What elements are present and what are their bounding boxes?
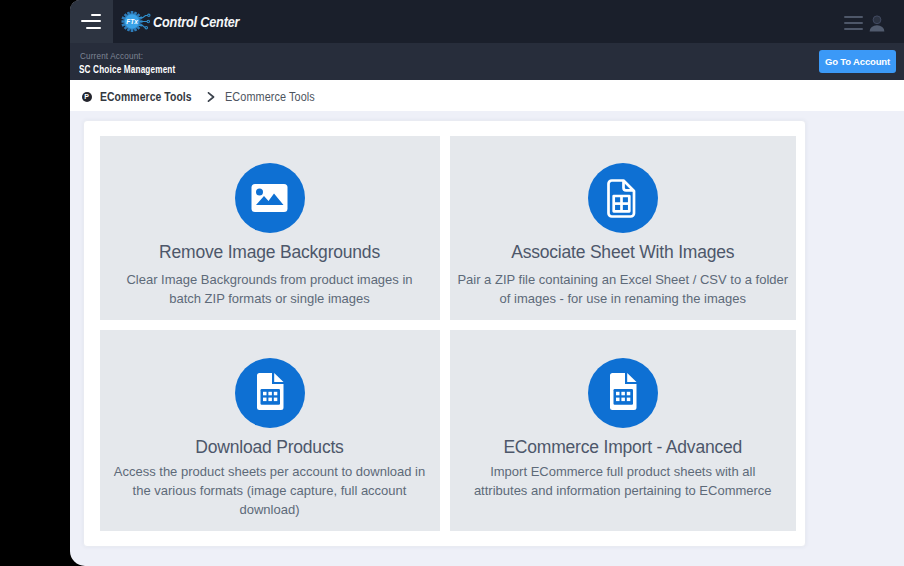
svg-text:FTx: FTx <box>126 18 138 25</box>
